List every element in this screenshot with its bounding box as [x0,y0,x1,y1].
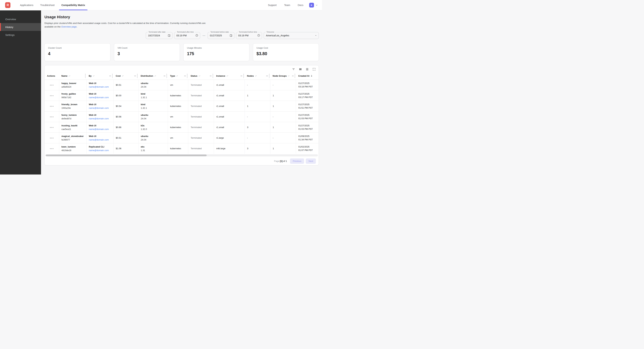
column-drag-handle-icon[interactable] [184,75,186,77]
column-header-node-groups[interactable]: Node Groups [270,72,296,80]
sort-arrows-icon[interactable] [176,75,178,77]
previous-page-button[interactable]: Previous [290,158,304,164]
table-row[interactable]: keen_lumiere 4819de16 Replicated CLI nam… [44,143,318,154]
filter-icon[interactable] [291,67,296,72]
table-row[interactable]: funny_lumiere de9ed87d Web UI name@domai… [44,111,318,122]
avatar[interactable]: K [309,3,314,7]
density-icon[interactable] [304,67,310,72]
row-actions-button[interactable] [49,84,54,87]
table-row[interactable]: magical_stonebraker fe3f8977 Web UI name… [44,133,318,143]
column-drag-handle-icon[interactable] [164,75,166,77]
column-header-created-at[interactable]: Created At [296,72,318,80]
sidebar-item-settings[interactable]: Settings [0,31,41,39]
column-drag-handle-icon[interactable] [292,75,294,77]
row-actions-button[interactable] [49,126,54,129]
row-actions-button[interactable] [49,147,54,150]
cost-value: $0.51 [116,137,136,139]
created-by-email-link[interactable]: name@domain.com [89,96,112,99]
sidebar-item-history[interactable]: History [0,23,41,31]
calendar-icon[interactable] [230,34,232,37]
row-actions-button[interactable] [49,137,54,139]
sort-arrows-icon[interactable] [122,75,124,77]
column-drag-handle-icon[interactable] [109,75,111,77]
table-row[interactable]: frosty_galileo 995b7182 Web UI name@doma… [44,90,318,101]
terminated-before-time-field[interactable]: Terminated before time 03:19 PM [236,32,262,39]
column-header-actions[interactable]: Actions [44,72,59,80]
column-header-type[interactable]: Type [168,72,188,80]
columns-icon[interactable] [298,67,303,72]
terminated-before-date-field[interactable]: Terminated before date 01/27/2025 [208,32,234,39]
column-header-cost[interactable]: Cost [113,72,138,80]
tab-applications[interactable]: Applications [16,0,37,10]
sort-arrows-icon[interactable] [198,75,201,77]
created-by-email-link[interactable]: name@domain.com [89,138,112,141]
terminated-after-date-value[interactable]: 10/27/2024 [148,34,166,37]
column-header-name[interactable]: Name [59,72,86,80]
column-drag-handle-icon[interactable] [210,75,212,77]
page-description-period: . [76,25,77,28]
terminated-after-date-field[interactable]: Terminated after date 10/27/2024 [146,32,172,39]
timezone-value[interactable]: America/Los_Angeles [266,34,314,37]
created-by-email-link[interactable]: name@domain.com [89,117,112,120]
sort-arrows-icon[interactable] [154,75,156,77]
row-actions-button[interactable] [49,105,54,108]
column-separator[interactable] [137,74,138,78]
terminated-after-time-field[interactable]: Terminated after time 03:19 PM [174,32,200,39]
column-drag-handle-icon[interactable] [266,75,268,77]
column-separator[interactable] [166,74,167,78]
table-row[interactable]: trusting_leavitt cae5ea11 Web UI name@do… [44,122,318,133]
column-drag-handle-icon[interactable] [134,75,136,77]
sort-arrows-icon[interactable] [255,75,257,77]
horizontal-scrollbar-track[interactable] [45,154,318,156]
account-menu[interactable]: K [309,3,318,7]
column-header-nodes[interactable]: Nodes [244,72,270,80]
horizontal-scrollbar-thumb[interactable] [46,155,207,156]
tab-troubleshoot[interactable]: Troubleshoot [37,0,58,10]
cost-value: $0.51 [116,84,136,86]
column-header-instance[interactable]: Instance [214,72,244,80]
created-at-time: 01:34 PM PST [298,138,317,141]
column-header-by[interactable]: By [86,72,113,80]
sort-desc-icon[interactable] [310,74,313,77]
tab-compatibility-matrix[interactable]: Compatibility Matrix [58,0,88,10]
column-separator[interactable] [212,74,213,78]
clock-icon[interactable] [257,34,260,37]
column-separator[interactable] [269,74,270,78]
link-support[interactable]: Support [268,4,277,6]
created-by-email-link[interactable]: name@domain.com [89,128,112,130]
link-docs[interactable]: Docs [298,4,303,6]
sidebar-item-overview[interactable]: Overview [0,15,41,23]
terminated-before-date-value[interactable]: 01/27/2025 [210,34,228,37]
column-separator[interactable] [112,74,113,78]
next-page-button[interactable]: Next [306,158,316,164]
clock-icon[interactable] [195,34,198,37]
row-actions-button[interactable] [49,115,54,118]
column-drag-handle-icon[interactable] [240,75,242,77]
calendar-icon[interactable] [168,34,170,37]
column-header-status[interactable]: Status [188,72,214,80]
dropdown-arrow-icon[interactable] [315,34,317,36]
table-row[interactable]: friendly_brown 1f40a19e Web UI name@doma… [44,101,318,111]
overview-page-link[interactable]: Overview page [61,25,76,28]
terminated-after-time-value[interactable]: 03:19 PM [176,34,194,37]
replicated-logo[interactable]: R [5,2,10,8]
sort-arrows-icon[interactable] [92,75,95,77]
sort-arrows-icon[interactable] [288,75,290,77]
row-actions-button[interactable] [49,94,54,97]
terminated-before-time-value[interactable]: 03:19 PM [238,34,256,37]
column-separator[interactable] [187,74,188,78]
sort-arrows-icon[interactable] [68,75,71,77]
table-row[interactable]: happy_beaver a48d9324 Web UI name@domain… [44,80,318,90]
created-by-email-link[interactable]: name@domain.com [89,107,112,109]
link-team[interactable]: Team [284,4,290,6]
column-separator[interactable] [244,74,244,78]
column-header-distribution[interactable]: Distribution [138,72,168,80]
fullscreen-icon[interactable] [312,67,316,72]
column-separator[interactable] [85,74,86,78]
created-by-email-link[interactable]: name@domain.com [89,149,112,152]
created-by-email-link[interactable]: name@domain.com [89,85,112,88]
column-separator[interactable] [295,74,295,78]
timezone-select[interactable]: Timezone America/Los_Angeles [264,32,319,39]
created-at-date: 01/27/2025 [298,103,317,106]
sort-arrows-icon[interactable] [226,75,229,77]
